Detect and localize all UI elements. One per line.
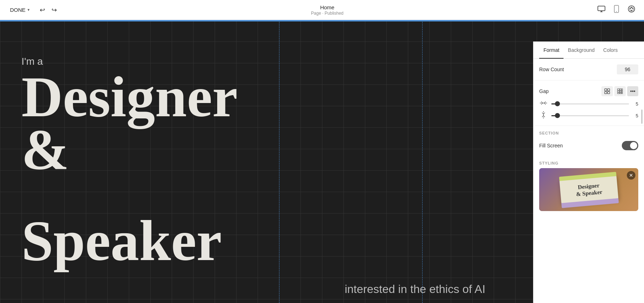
- svg-rect-12: [605, 92, 607, 94]
- svg-rect-21: [620, 93, 621, 94]
- svg-rect-14: [618, 89, 619, 91]
- hero-large-text: Designer &: [21, 71, 154, 176]
- svg-point-6: [630, 8, 631, 9]
- section-header: SECTION: [533, 126, 644, 138]
- palette-button[interactable]: [626, 4, 637, 16]
- styling-card-content: Designer& Speaker: [539, 168, 638, 211]
- canvas: I'm a Designer & Speaker interested in t…: [0, 20, 644, 303]
- topbar-center: Home Page · Published: [311, 4, 343, 16]
- svg-rect-15: [620, 89, 621, 91]
- hero-speaker-text: Speaker: [21, 215, 222, 267]
- fill-screen-label: Fill Screen: [539, 143, 563, 148]
- row-count-input[interactable]: [617, 64, 638, 74]
- vertical-gap-value: 5: [633, 113, 638, 118]
- vertical-gap-slider[interactable]: [551, 115, 629, 116]
- done-chevron-icon: ▾: [28, 8, 30, 12]
- svg-rect-17: [618, 91, 619, 92]
- svg-point-9: [631, 10, 632, 11]
- horizontal-gap-row: 5: [539, 101, 638, 107]
- redo-icon: ↪: [52, 6, 57, 14]
- mobile-view-button[interactable]: [613, 4, 620, 16]
- panel-tabs: Format Background Colors: [533, 41, 644, 59]
- tab-colors[interactable]: Colors: [599, 41, 622, 59]
- fill-screen-toggle[interactable]: [622, 141, 638, 150]
- styling-header: STYLING: [533, 156, 644, 168]
- styling-card-inner: Designer& Speaker: [559, 175, 619, 205]
- hero-line2: &: [21, 118, 69, 181]
- page-title: Home: [311, 4, 343, 10]
- more-dots-icon: •••: [630, 88, 635, 94]
- svg-point-8: [631, 7, 632, 8]
- svg-rect-11: [608, 89, 610, 91]
- scrollbar-indicator[interactable]: [641, 109, 643, 124]
- topbar-left: DONE ▾ ↩ ↪: [7, 5, 58, 15]
- toggle-thumb: [630, 142, 637, 149]
- vertical-gap-row: 5: [539, 111, 638, 120]
- gap-row: Gap: [539, 86, 638, 96]
- gap-grid-large-button[interactable]: [614, 86, 626, 96]
- styling-card-close-button[interactable]: ✕: [627, 171, 635, 180]
- topbar: DONE ▾ ↩ ↪ Home Page · Published: [0, 0, 644, 20]
- card-accent-bottom: [561, 198, 619, 208]
- svg-rect-16: [621, 89, 623, 91]
- undo-icon: ↩: [40, 6, 45, 14]
- tab-format[interactable]: Format: [539, 41, 564, 59]
- card-main-text: Designer& Speaker: [567, 181, 611, 199]
- undo-button[interactable]: ↩: [38, 5, 47, 15]
- gap-grid-small-button[interactable]: [601, 86, 613, 96]
- svg-rect-0: [598, 6, 605, 11]
- row-count-label: Row Count: [539, 67, 564, 72]
- styling-card[interactable]: Designer& Speaker ✕: [539, 168, 638, 211]
- close-icon: ✕: [629, 172, 633, 178]
- svg-rect-13: [608, 92, 610, 94]
- done-label: DONE: [10, 7, 25, 13]
- gap-more-button[interactable]: •••: [627, 86, 638, 96]
- gap-icons-group: •••: [601, 86, 638, 96]
- done-button[interactable]: DONE ▾: [7, 5, 33, 14]
- horizontal-gap-slider[interactable]: [551, 103, 629, 104]
- svg-rect-18: [620, 91, 621, 92]
- svg-rect-22: [621, 93, 623, 94]
- card-accent-top: [559, 172, 616, 181]
- page-subtitle: Page · Published: [311, 11, 343, 16]
- vertical-gap-icon: [539, 111, 548, 120]
- desktop-view-button[interactable]: [596, 4, 607, 15]
- horizontal-gap-value: 5: [633, 101, 638, 107]
- svg-rect-20: [618, 93, 619, 94]
- svg-point-7: [632, 8, 633, 9]
- settings-panel: Format Background Colors Row Count Gap: [533, 41, 644, 303]
- tab-background[interactable]: Background: [564, 41, 599, 59]
- redo-button[interactable]: ↪: [50, 5, 58, 15]
- selection-bar: [0, 20, 644, 21]
- svg-point-4: [616, 11, 617, 12]
- row-count-row: Row Count: [539, 64, 638, 74]
- svg-rect-10: [605, 89, 607, 91]
- fill-screen-row: Fill Screen: [533, 138, 644, 156]
- svg-rect-19: [621, 91, 623, 92]
- hero-bottom-text: interested in the ethics of AI: [301, 283, 530, 296]
- gap-label: Gap: [539, 88, 548, 94]
- gap-section: Gap: [533, 80, 644, 126]
- topbar-right: [596, 4, 637, 16]
- selection-line-right: [422, 20, 423, 303]
- horizontal-gap-icon: [539, 101, 548, 107]
- selection-line-left: [279, 20, 279, 303]
- undo-redo-group: ↩ ↪: [38, 5, 58, 15]
- row-count-section: Row Count: [533, 59, 644, 80]
